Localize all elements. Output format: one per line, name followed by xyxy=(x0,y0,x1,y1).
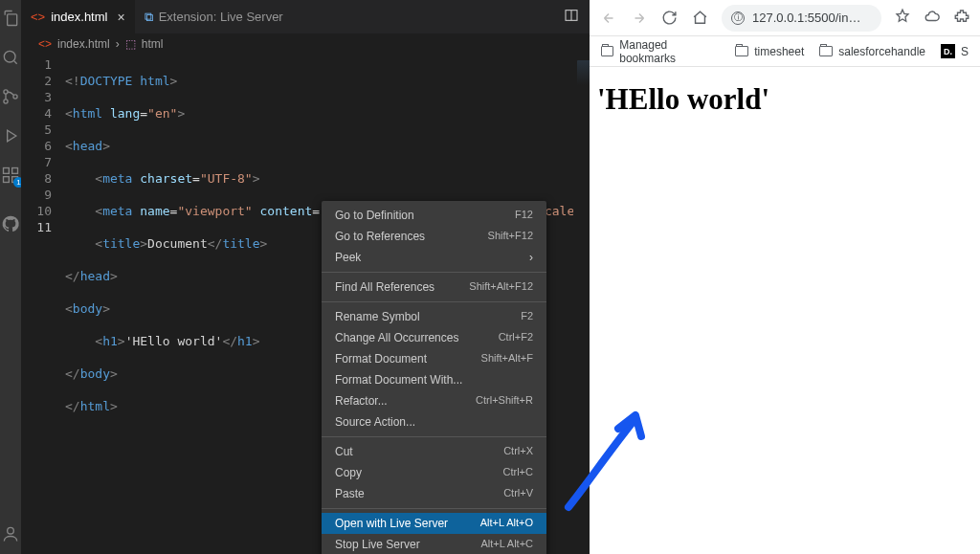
tab-ext-liveserver[interactable]: ⧉ Extension: Live Server xyxy=(135,0,293,33)
split-editor-icon[interactable] xyxy=(564,8,579,27)
svg-point-2 xyxy=(4,100,8,103)
svg-rect-4 xyxy=(4,168,10,174)
url-text: 127.0.0.1:5500/in… xyxy=(752,11,860,25)
site-info-icon[interactable]: ⓘ xyxy=(731,11,745,25)
dev-icon: D. xyxy=(941,44,955,58)
bookmark-star-icon[interactable] xyxy=(894,8,911,29)
ctx-item[interactable]: Format DocumentShift+Alt+F xyxy=(322,348,546,369)
breadcrumb-file: index.html xyxy=(57,37,110,51)
search-icon[interactable] xyxy=(0,47,21,68)
ctx-item[interactable]: Source Action... xyxy=(322,411,546,432)
tab-label: index.html xyxy=(51,10,107,24)
tab-index-html[interactable]: <> index.html × xyxy=(21,0,135,33)
ctx-item[interactable]: CutCtrl+X xyxy=(322,441,546,462)
ctx-item[interactable]: Format Document With... xyxy=(322,369,546,390)
folder-icon xyxy=(819,46,833,56)
page-heading: 'HEllo world' xyxy=(597,82,972,117)
home-button[interactable] xyxy=(691,9,709,27)
svg-point-3 xyxy=(13,95,17,99)
svg-rect-5 xyxy=(12,168,18,174)
extension-icon: ⧉ xyxy=(145,10,153,25)
svg-rect-6 xyxy=(4,177,10,183)
ctx-item[interactable]: Go to DefinitionF12 xyxy=(322,205,546,226)
extensions-icon[interactable] xyxy=(0,165,21,186)
line-gutter: 1234567891011 xyxy=(21,55,65,554)
ctx-item[interactable]: PasteCtrl+V xyxy=(322,483,546,504)
source-control-icon[interactable] xyxy=(0,86,21,107)
svg-point-1 xyxy=(4,90,8,94)
ctx-item[interactable]: Change All OccurrencesCtrl+F2 xyxy=(322,327,546,348)
activity-bar xyxy=(0,0,21,554)
folder-icon xyxy=(601,46,613,56)
ctx-item[interactable]: CopyCtrl+C xyxy=(322,462,546,483)
run-debug-icon[interactable] xyxy=(0,125,21,146)
address-bar[interactable]: ⓘ 127.0.0.1:5500/in… xyxy=(722,5,881,32)
browser-window: ⓘ 127.0.0.1:5500/in… Managed bookmarks t… xyxy=(590,0,980,554)
editor-context-menu: Go to DefinitionF12Go to ReferencesShift… xyxy=(322,201,546,554)
ctx-item[interactable]: Open with Live ServerAlt+L Alt+O xyxy=(322,513,546,534)
breadcrumb[interactable]: <> index.html › ⬚ html xyxy=(21,33,619,55)
forward-button[interactable] xyxy=(630,9,648,27)
folder-icon xyxy=(735,46,748,56)
ctx-item[interactable]: Rename SymbolF2 xyxy=(322,306,546,327)
bookmark-timesheet[interactable]: timesheet xyxy=(735,45,804,58)
html-file-icon: <> xyxy=(31,10,45,24)
bookmarks-bar: Managed bookmarks timesheet salesforceha… xyxy=(590,36,980,67)
close-icon[interactable]: × xyxy=(117,10,124,25)
breadcrumb-symbol: html xyxy=(142,37,164,51)
github-icon[interactable] xyxy=(0,213,21,234)
extensions-puzzle-icon[interactable] xyxy=(953,8,970,29)
browser-viewport: 'HEllo world' xyxy=(590,67,980,554)
back-button[interactable] xyxy=(599,9,617,27)
reload-button[interactable] xyxy=(660,9,679,27)
bookmark-managed[interactable]: Managed bookmarks xyxy=(601,38,720,65)
ctx-item[interactable]: Stop Live ServerAlt+L Alt+C xyxy=(322,534,546,554)
browser-toolbar: ⓘ 127.0.0.1:5500/in… xyxy=(590,0,980,36)
chevron-right-icon: › xyxy=(116,37,120,51)
html-file-icon: <> xyxy=(38,37,52,51)
symbol-icon: ⬚ xyxy=(125,37,136,51)
svg-point-0 xyxy=(4,51,15,62)
ctx-item[interactable]: Refactor...Ctrl+Shift+R xyxy=(322,390,546,411)
svg-point-8 xyxy=(8,527,14,534)
ctx-item[interactable]: Peek› xyxy=(322,247,546,268)
accounts-icon[interactable] xyxy=(0,523,21,544)
bookmark-dev[interactable]: D. S xyxy=(941,44,969,58)
bookmark-salesforcehandle[interactable]: salesforcehandle xyxy=(819,45,925,58)
explorer-icon[interactable] xyxy=(0,8,21,29)
svg-rect-7 xyxy=(12,177,18,183)
ctx-item[interactable]: Go to ReferencesShift+F12 xyxy=(322,226,546,247)
ctx-item[interactable]: Find All ReferencesShift+Alt+F12 xyxy=(322,277,546,298)
tab-row: <> index.html × ⧉ Extension: Live Server… xyxy=(21,0,619,33)
tab-label: Extension: Live Server xyxy=(159,10,283,24)
cloud-icon[interactable] xyxy=(924,8,941,29)
